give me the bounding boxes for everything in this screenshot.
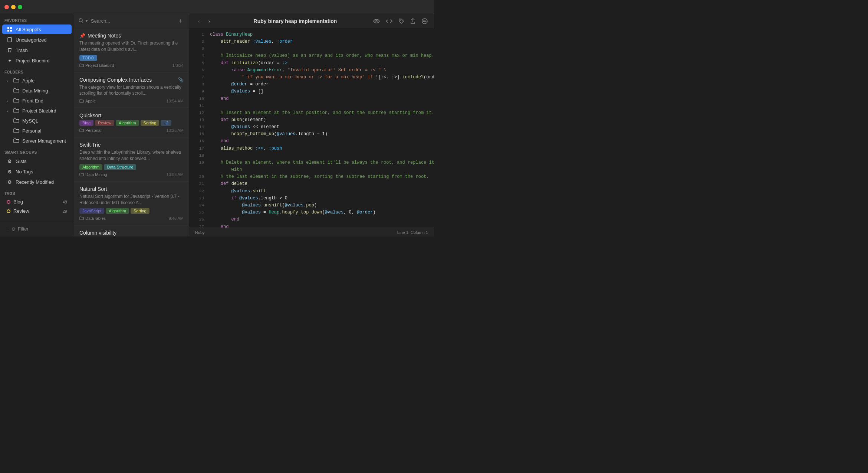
tag-chip: Data Structure	[104, 164, 136, 170]
token: order =	[261, 61, 282, 66]
tags-section-header: Tags	[0, 187, 74, 197]
add-snippet-button[interactable]: +	[177, 17, 184, 25]
code-line: 14 @values << element	[189, 124, 434, 131]
sidebar-item-project-bluebird[interactable]: › Project Bluebird	[2, 106, 72, 115]
gear-icon: ⚙	[7, 158, 13, 164]
line-number: 1	[192, 31, 204, 38]
token	[210, 181, 221, 186]
sidebar-item-apple[interactable]: › Apple	[2, 76, 72, 85]
snippet-date: 10:03 AM	[167, 172, 184, 177]
nav-forward-button[interactable]: ›	[206, 17, 213, 25]
token: class	[210, 32, 226, 37]
token: @values	[325, 210, 343, 215]
snippet-preview: The meeting opened with Dr. Finch presen…	[79, 40, 184, 53]
code-line: 6 raise ArgumentError, "Invalid operator…	[189, 67, 434, 74]
snippet-title-text: Swift Trie	[79, 142, 101, 148]
snippet-item-natural-sort[interactable]: Natural Sort Natural Sort algorithm for …	[74, 182, 189, 226]
token: @order	[357, 210, 373, 215]
token: # Delete an element, where this element …	[221, 160, 434, 165]
chevron-right-icon: ›	[7, 79, 10, 83]
language-indicator: Ruby	[195, 230, 205, 235]
snippet-title-text: Composing Complex Interfaces	[79, 77, 152, 83]
sidebar-item-label: MySQL	[22, 118, 38, 124]
nav-back-button[interactable]: ‹	[195, 17, 203, 25]
tag-button[interactable]	[398, 18, 404, 24]
search-icon	[79, 18, 83, 24]
snippet-item-composing-complex[interactable]: Composing Complex Interfaces 📎 The categ…	[74, 72, 189, 108]
token: = order	[247, 82, 269, 87]
sidebar-item-recently-modified[interactable]: ⚙ Recently Modified	[2, 177, 72, 187]
clip-icon: 📎	[178, 77, 184, 82]
sidebar-item-front-end[interactable]: › Front End	[2, 96, 72, 105]
line-content: @values = []	[210, 88, 431, 95]
snippet-item-swift-trie[interactable]: Swift Trie Deep within the Labyrinthine …	[74, 137, 189, 182]
token: :order	[277, 39, 293, 44]
token	[210, 96, 221, 101]
line-content: # Delete an element, where this element …	[210, 159, 434, 166]
sidebar-item-project-bluebird-fav[interactable]: ✦ Project Bluebird	[2, 56, 72, 65]
snippet-date: 1/3/24	[172, 63, 184, 68]
snippet-item-meeting-notes[interactable]: 📌 Meeting Notes The meeting opened with …	[74, 28, 189, 72]
token: @values	[285, 203, 303, 208]
sidebar-item-mysql[interactable]: MySQL	[2, 116, 72, 125]
code-line: 23 if @values.length > 0	[189, 195, 434, 202]
sidebar-item-tag-review[interactable]: Review 29	[2, 207, 72, 215]
snippet-item-column-visibility[interactable]: Column visibility DataTables 1/2/24	[74, 225, 189, 236]
svg-point-5	[79, 19, 82, 22]
sidebar-item-tag-blog[interactable]: Blog 49	[2, 198, 72, 206]
token	[210, 138, 221, 144]
line-number: 21	[192, 180, 204, 187]
token	[210, 68, 231, 73]
sidebar-item-data-mining[interactable]: Data Mining	[2, 86, 72, 95]
line-content: def push(element)	[210, 117, 431, 124]
token: << element	[250, 124, 279, 130]
token	[210, 174, 221, 179]
token: @values	[231, 89, 250, 94]
code-editor: ‹ › Ruby binary heap implementation	[189, 14, 434, 236]
token	[210, 39, 221, 44]
snippet-meta: Apple 10:54 AM	[79, 99, 184, 103]
line-number: 23	[192, 195, 204, 202]
sidebar-item-label: Gists	[16, 159, 27, 164]
snippet-item-quicksort[interactable]: Quicksort Blog Review Algorithm Sorting …	[74, 108, 189, 137]
sidebar-item-server-management[interactable]: Server Management	[2, 136, 72, 146]
more-button[interactable]	[421, 18, 428, 25]
token	[210, 189, 231, 194]
titlebar	[0, 0, 434, 14]
code-line: 22 @values.shift	[189, 188, 434, 195]
traffic-lights	[4, 5, 22, 9]
tag-count: 29	[63, 209, 67, 213]
preview-button[interactable]	[373, 19, 380, 23]
sidebar-item-all-snippets[interactable]: All Snippets	[2, 25, 72, 34]
token: # Initialize heap (values) as an array a…	[221, 53, 434, 58]
token: (order)	[424, 75, 434, 80]
code-line: 5 def initialize(order = :>	[189, 60, 434, 67]
code-line: 2 attr_reader :values, :order	[189, 38, 434, 45]
sidebar-item-uncategorized[interactable]: Uncategorized	[2, 35, 72, 45]
line-number: 25	[192, 209, 204, 216]
search-input[interactable]	[91, 18, 174, 24]
sidebar-item-trash[interactable]: Trash	[2, 45, 72, 55]
maximize-button[interactable]	[18, 5, 22, 9]
editor-header: ‹ › Ruby binary heap implementation	[189, 14, 434, 28]
line-number: 2	[192, 38, 204, 45]
code-area[interactable]: 1class BinaryHeap2 attr_reader :values, …	[189, 28, 434, 228]
folder-name: DataTables	[85, 216, 106, 221]
snippet-tags: JavaScript Algorithm Sorting	[79, 208, 184, 214]
code-line: 1class BinaryHeap	[189, 31, 434, 38]
sidebar-item-gists[interactable]: ⚙ Gists	[2, 156, 72, 166]
token	[210, 224, 221, 228]
close-button[interactable]	[4, 5, 9, 9]
sidebar-item-no-tags[interactable]: ⚙ No Tags	[2, 167, 72, 176]
folders-section-header: Folders	[0, 66, 74, 76]
code-view-button[interactable]	[386, 19, 392, 23]
minimize-button[interactable]	[11, 5, 16, 9]
share-button[interactable]	[410, 18, 415, 24]
editor-footer: Ruby Line 1, Column 1	[189, 228, 434, 236]
token: " if you want a min_heap or :> for a max…	[210, 75, 375, 80]
token: .	[261, 203, 263, 208]
code-line: with	[189, 166, 434, 173]
line-content: end	[210, 224, 431, 228]
sidebar-item-personal[interactable]: Personal	[2, 126, 72, 136]
filter-button[interactable]: + ⊙ Filter	[2, 224, 72, 234]
